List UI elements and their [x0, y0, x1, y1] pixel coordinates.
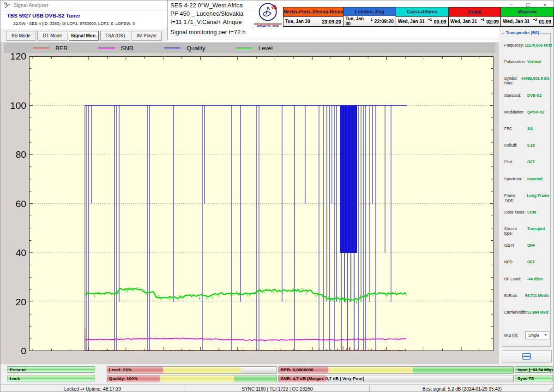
export-icon — [522, 353, 531, 360]
tuner-details: 22.0W - SES 4 (ID: 3380) @ LOF1: 9750000… — [13, 21, 135, 26]
monitoring-subtitle: Signal monitoring per t=72 h — [170, 28, 253, 36]
world-clock-london-eng: London, EngTue, Jan 30-122:09:20 — [343, 7, 396, 27]
chevron-down-icon — [544, 334, 547, 336]
clock-time-row: Wed, Jan 31+302:09 — [449, 17, 501, 26]
input-badge: Input (~63,84 Mbps) — [515, 366, 553, 373]
transponder-value: CCM — [527, 210, 536, 214]
transponder-group-title: Transponder [BS] — [505, 30, 540, 35]
sync-ts-badge: Sync TS — [515, 375, 553, 381]
transponder-row-symbol-rate: Symbol Rate:44995,501 KS/s — [504, 76, 549, 93]
app-icon — [4, 2, 11, 9]
logo-text: DXSATCS.COM — [254, 24, 282, 28]
tab-dt-mode[interactable]: DT Mode — [37, 31, 67, 41]
clock-utc-offset: -1 — [369, 18, 373, 22]
signal-monitoring-plot — [29, 56, 494, 351]
tab-signal-mon[interactable]: Signal Mon. — [69, 31, 99, 41]
tab-tsa-ok[interactable]: TSA (OK) — [100, 31, 130, 41]
y-axis-label-80: 80 — [3, 149, 26, 160]
window-title: Signal Analyzer — [13, 2, 48, 8]
snr-bar-label: SNR: 4,7 dB (Margin: 0,7 dB | Very Poor) — [281, 375, 364, 382]
bar-segment-yellow — [160, 375, 234, 382]
transponder-row-standard: Standard:DVB-S2 — [504, 93, 549, 110]
transponder-label: Polarization: — [504, 59, 526, 64]
transponder-label: ISSYI — [504, 243, 526, 248]
mis-dropdown[interactable]: Single — [525, 331, 549, 339]
clock-date: Wed, Jan 31 — [451, 19, 477, 24]
ber-bar-label: BER: 0,0000000 — [281, 367, 313, 373]
monitoring-header: SES 4-22.0°W_West Africa PF 450 _ Lucene… — [170, 1, 253, 36]
transponder-row-modulation: Modulation:QPSK-S2 — [504, 110, 549, 126]
quality-bar: Quality: 100% — [107, 375, 277, 382]
transponder-label: FEC: — [504, 126, 526, 131]
transponder-value: DVB-S2 — [527, 93, 542, 98]
transponder-row-frequency: Frequency:11170,866 MHz — [504, 43, 549, 59]
clock-time-row: Wed, Jan 31+201:09 — [501, 17, 553, 26]
clock-time: 22:09:20 — [374, 18, 394, 24]
world-clock-cairo-athens: Cairo-AthensWed, Jan 31+100:09 — [396, 7, 449, 27]
export-button[interactable] — [502, 350, 552, 362]
quality-legend-label: Quality — [187, 45, 205, 52]
transponder-value: QPSK-S2 — [527, 110, 544, 114]
transponder-row-carrierwidth: CarrierWidth:53,994 MHz — [504, 310, 549, 327]
y-axis-label-20: 20 — [3, 297, 26, 307]
mis-selected-value: Single — [526, 333, 539, 338]
ber-bar: BER: 0,0000000 — [278, 366, 514, 374]
transponder-row-npd: NPD:OFF — [504, 260, 549, 276]
status-sections: Locked -> Uptime: 48:17:39SYNC 1160 | TE… — [0, 386, 554, 392]
clock-time-row: Wed, Jan 31+100:09 — [396, 17, 448, 26]
tab-bs-mode[interactable]: BS Mode — [6, 31, 36, 41]
transponder-label: Frame Type: — [504, 193, 526, 202]
clock-city-label: Berlin-Paris-Vienna-Roma — [283, 7, 343, 17]
tabs: BS ModeDT ModeSignal Mon.TSA (OK)AV Play… — [6, 31, 162, 41]
clock-time: 02:09 — [486, 19, 499, 24]
chart-legend: BERSNRQualityLevel — [4, 43, 495, 53]
ber-legend-label: BER — [55, 45, 68, 52]
transponder-value: -44 dBm — [527, 277, 543, 281]
transponder-panel: Transponder [BS] Frequency:11170,866 MHz… — [499, 27, 554, 392]
transponder-value: 0.20 — [527, 143, 535, 148]
transponder-row-polarization: Polarization:Vertical — [504, 59, 549, 76]
bar-segment-yellow — [328, 367, 413, 373]
clock-time: 01:09 — [539, 19, 551, 24]
transponder-label: RollOff: — [504, 143, 526, 148]
site-title: PF 450 _ Lucenec/Slovakia — [170, 10, 253, 18]
transponder-label: Frequency: — [504, 43, 524, 48]
header-rule-2 — [168, 40, 499, 40]
transponder-value: 44995,501 KS/s — [521, 76, 549, 81]
clock-date: Wed, Jan 31 — [503, 19, 530, 24]
satellite-dish-icon — [258, 2, 278, 22]
transponder-label: Stream type: — [504, 226, 526, 236]
clock-time-row: Tue, Jan 30-122:09:20 — [343, 16, 396, 26]
transponder-value: 66,711 Mbit/s — [525, 293, 549, 298]
lock-badge: Lock — [7, 375, 95, 381]
resize-grip[interactable] — [548, 386, 554, 392]
transponder-value: Inverted — [527, 177, 542, 181]
ber-legend-dash — [33, 48, 49, 48]
header-divider — [168, 0, 168, 40]
tuner-name: TBS 5927 USB DVB-S2 Tuner — [7, 13, 80, 18]
transponder-value: 53,994 MHz — [527, 310, 548, 315]
snr-bar: SNR: 4,7 dB (Margin: 0,7 dB | Very Poor) — [278, 375, 514, 382]
bar-segment-green — [234, 375, 277, 382]
transponder-row-frame-type: Frame Type:Long Frame — [504, 193, 549, 210]
snr-legend-label: SNR — [121, 45, 133, 52]
transponder-label: BitRate: — [504, 293, 524, 298]
status-section-2: SYNC 1160 | TEI 1723 | CC 23250 — [185, 386, 370, 392]
transponder-label: CarrierWidth: — [504, 310, 526, 315]
transponder-value: Vertical — [527, 59, 541, 64]
transponder-row-code-mode: Code Mode:CCM — [504, 210, 549, 226]
transponder-row-rf-level: RF Level:-44 dBm — [504, 277, 549, 293]
transponder-value: OFF — [527, 160, 535, 164]
snr-legend-dash — [98, 48, 115, 48]
bar-segment-green — [413, 367, 513, 373]
tab-av-player[interactable]: AV Player — [132, 31, 162, 41]
world-clock-berlin-paris-vienna-roma: Berlin-Paris-Vienna-RomaTue, Jan 3023:09… — [283, 7, 343, 27]
transponder-value: OFF — [527, 243, 535, 248]
transponder-value: OFF — [527, 260, 535, 264]
world-clocks: Berlin-Paris-Vienna-RomaTue, Jan 3023:09… — [283, 7, 554, 27]
clock-date: Wed, Jan 31 — [398, 19, 425, 24]
level-legend-label: Level — [259, 45, 273, 52]
transponder-label: NPD: — [504, 260, 526, 264]
clock-date: Tue, Jan 30 — [345, 16, 369, 26]
world-clock-dubai: DubaiWed, Jan 31+302:09 — [448, 7, 501, 27]
